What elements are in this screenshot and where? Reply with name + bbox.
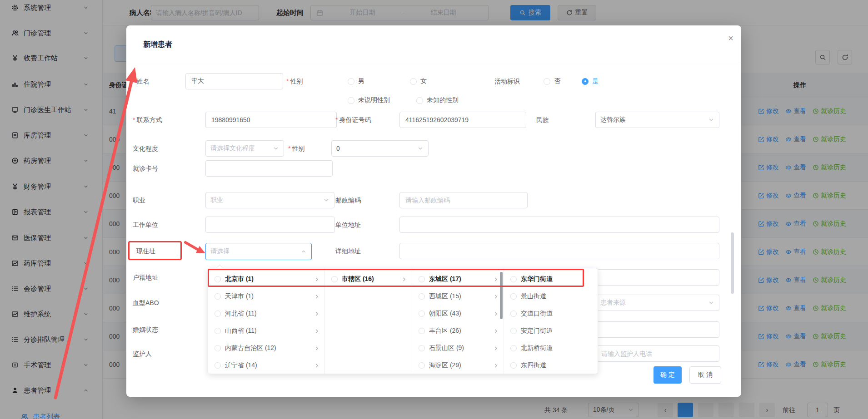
chevron-right-icon xyxy=(493,345,499,351)
cascader-option[interactable]: 市辖区 (16) xyxy=(325,271,412,288)
chevron-right-icon xyxy=(493,276,499,282)
ethnicity-label: 民族 xyxy=(536,112,549,128)
chevron-up-icon xyxy=(300,248,307,255)
address-cascader-dropdown: 北京市 (1) 天津市 (1) 河北省 (11) 山西省 (11) 内蒙 xyxy=(208,268,598,374)
chevron-down-icon xyxy=(708,117,714,123)
cascader-option[interactable]: 丰台区 (26) xyxy=(412,322,504,340)
radio-icon xyxy=(419,293,425,300)
cascader-option[interactable]: 景山街道 xyxy=(504,288,598,305)
postal-code-input[interactable] xyxy=(399,192,528,208)
cascader-option[interactable]: 西城区 (15) xyxy=(412,288,504,305)
cascader-option[interactable]: 河北省 (11) xyxy=(208,305,324,322)
name-input[interactable] xyxy=(185,73,283,89)
chevron-down-icon xyxy=(708,300,714,306)
marital-status-input[interactable] xyxy=(595,321,719,338)
active-flag-label: 活动标识 xyxy=(494,73,520,89)
id-card-input[interactable] xyxy=(399,112,526,128)
chevron-right-icon xyxy=(493,311,499,317)
radio-icon xyxy=(215,311,221,317)
cascader-scrollbar[interactable] xyxy=(500,272,503,319)
chevron-right-icon xyxy=(314,294,320,300)
radio-icon xyxy=(419,328,425,334)
chevron-down-icon xyxy=(417,145,424,152)
contact-input[interactable] xyxy=(205,112,337,128)
cascader-option[interactable]: 北新桥街道 xyxy=(504,340,598,357)
visit-card-label: 就诊卡号 xyxy=(133,160,158,177)
radio-icon xyxy=(419,362,425,369)
detail-address-input[interactable] xyxy=(399,243,719,259)
chevron-right-icon xyxy=(314,311,320,317)
cascader-option[interactable]: 山西省 (11) xyxy=(208,322,324,340)
cascader-option[interactable]: 内蒙古自治区 (12) xyxy=(208,340,324,357)
close-icon[interactable]: × xyxy=(724,32,737,44)
ethnicity-select[interactable]: 达斡尔族 xyxy=(595,112,719,128)
active-flag-radio-no[interactable]: 否 xyxy=(544,73,560,89)
occupation-select[interactable]: 职业 xyxy=(205,192,334,208)
divider xyxy=(126,62,741,62)
modal-scrollbar[interactable] xyxy=(731,232,734,294)
cancel-button[interactable]: 取 消 xyxy=(689,366,721,384)
unit-address-input[interactable] xyxy=(399,217,719,233)
blood-abo-label: 血型ABO xyxy=(133,295,159,311)
chevron-down-icon xyxy=(273,145,279,152)
gender-code-select[interactable]: 0 xyxy=(331,140,429,157)
radio-icon xyxy=(510,345,517,351)
cascader-option[interactable]: 海淀区 (29) xyxy=(412,357,504,374)
education-select[interactable]: 请选择文化程度 xyxy=(205,140,284,157)
radio-icon xyxy=(331,276,338,282)
gender-radio-unstated[interactable]: 未说明性别 xyxy=(348,92,390,108)
radio-icon xyxy=(510,276,517,282)
chevron-right-icon xyxy=(314,345,320,351)
cascader-option[interactable]: 东四街道 xyxy=(504,357,598,374)
current-address-cascader[interactable]: 请选择 xyxy=(205,243,312,260)
registered-address-input[interactable] xyxy=(595,269,719,286)
cascader-option[interactable]: 安定门街道 xyxy=(504,322,598,340)
radio-icon xyxy=(215,345,221,351)
radio-icon xyxy=(510,311,517,317)
radio-icon xyxy=(215,328,221,334)
education-label: 文化程度 xyxy=(133,140,158,157)
chevron-right-icon xyxy=(493,363,499,369)
work-unit-label: 工作单位 xyxy=(133,217,158,233)
guardian-label: 监护人 xyxy=(133,345,152,362)
confirm-button[interactable]: 确 定 xyxy=(653,366,682,384)
radio-icon xyxy=(419,276,425,282)
app: 系统管理 门诊管理 收费工作站 住院管理 门诊医生工作站 库房管理 xyxy=(0,0,868,419)
cascader-street-column: 东华门街道 景山街道 交道口街道 安定门街道 北新桥街道 xyxy=(504,268,598,374)
unit-address-label: 单位地址 xyxy=(335,217,361,233)
gender-code-label: *性别 xyxy=(288,140,304,157)
cascader-province-column: 北京市 (1) 天津市 (1) 河北省 (11) 山西省 (11) 内蒙 xyxy=(208,268,325,374)
patient-source-select[interactable]: 患者来源 xyxy=(595,295,719,311)
work-unit-input[interactable] xyxy=(205,217,335,233)
gender-radio-unknown[interactable]: 未知的性别 xyxy=(416,92,459,108)
cascader-option[interactable]: 天津市 (1) xyxy=(208,288,324,305)
contact-label: *联系方式 xyxy=(133,112,162,128)
chevron-down-icon xyxy=(323,197,329,203)
cascader-option[interactable]: 交道口街道 xyxy=(504,305,598,322)
guardian-phone-input[interactable] xyxy=(595,345,719,362)
gender-radio-male[interactable]: 男 xyxy=(348,73,364,89)
modal-title: 新增患者 xyxy=(143,40,172,49)
chevron-right-icon xyxy=(493,328,499,334)
registered-address-label: 户籍地址 xyxy=(133,269,158,286)
cascader-option[interactable]: 东华门街道 xyxy=(504,271,598,288)
cascader-option[interactable]: 北京市 (1) xyxy=(208,271,324,288)
radio-icon xyxy=(215,276,221,282)
name-label: *姓名 xyxy=(133,73,149,89)
current-address-label: 现住址 xyxy=(136,243,155,259)
cascader-option[interactable]: 东城区 (17) xyxy=(412,271,504,288)
chevron-right-icon xyxy=(314,276,320,282)
radio-icon xyxy=(419,345,425,351)
occupation-label: 职业 xyxy=(133,192,145,208)
radio-icon xyxy=(510,328,517,334)
cascader-option[interactable]: 辽宁省 (14) xyxy=(208,357,324,374)
radio-icon xyxy=(419,311,425,317)
gender-radio-female[interactable]: 女 xyxy=(410,73,427,89)
cascader-option[interactable]: 石景山区 (9) xyxy=(412,340,504,357)
cascader-option[interactable]: 朝阳区 (43) xyxy=(412,305,504,322)
visit-card-input[interactable] xyxy=(205,160,333,177)
radio-icon xyxy=(510,362,517,369)
gender-label: *性别 xyxy=(286,73,303,89)
active-flag-radio-yes[interactable]: 是 xyxy=(582,73,599,89)
chevron-right-icon xyxy=(314,328,320,334)
